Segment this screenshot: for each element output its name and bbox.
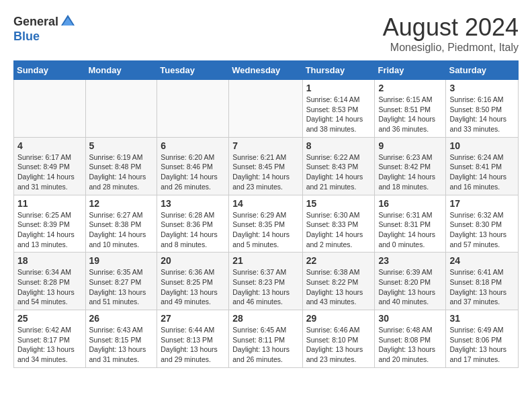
day-info: Sunrise: 6:39 AM Sunset: 8:20 PM Dayligh… (378, 267, 442, 307)
day-number: 14 (232, 198, 298, 209)
day-info: Sunrise: 6:43 AM Sunset: 8:15 PM Dayligh… (89, 325, 154, 365)
calendar-day: 31Sunrise: 6:49 AM Sunset: 8:06 PM Dayli… (446, 310, 519, 368)
weekday-header-tuesday: Tuesday (157, 61, 229, 80)
calendar-day: 4Sunrise: 6:17 AM Sunset: 8:49 PM Daylig… (14, 137, 86, 195)
day-number: 19 (89, 255, 154, 266)
weekday-header-wednesday: Wednesday (229, 61, 302, 80)
day-number: 25 (17, 313, 82, 324)
day-info: Sunrise: 6:14 AM Sunset: 8:53 PM Dayligh… (306, 95, 371, 134)
calendar-day: 20Sunrise: 6:36 AM Sunset: 8:25 PM Dayli… (157, 253, 229, 310)
day-info: Sunrise: 6:44 AM Sunset: 8:13 PM Dayligh… (161, 325, 225, 365)
day-number: 18 (17, 255, 82, 266)
calendar-day: 23Sunrise: 6:39 AM Sunset: 8:20 PM Dayli… (375, 253, 446, 310)
day-info: Sunrise: 6:46 AM Sunset: 8:10 PM Dayligh… (306, 325, 371, 365)
day-number: 12 (89, 198, 154, 209)
day-info: Sunrise: 6:22 AM Sunset: 8:43 PM Dayligh… (306, 152, 371, 192)
weekday-header-row: SundayMondayTuesdayWednesdayThursdayFrid… (14, 61, 519, 80)
calendar-day (14, 80, 86, 138)
calendar-day: 24Sunrise: 6:41 AM Sunset: 8:18 PM Dayli… (446, 253, 519, 310)
title-section: August 2024 Monesiglio, Piedmont, Italy (383, 13, 519, 54)
day-number: 2 (378, 83, 442, 93)
calendar-day: 16Sunrise: 6:31 AM Sunset: 8:31 PM Dayli… (375, 195, 446, 253)
day-number: 10 (449, 140, 515, 151)
day-info: Sunrise: 6:20 AM Sunset: 8:46 PM Dayligh… (161, 152, 225, 192)
calendar-day: 13Sunrise: 6:28 AM Sunset: 8:36 PM Dayli… (157, 195, 229, 253)
day-info: Sunrise: 6:42 AM Sunset: 8:17 PM Dayligh… (17, 325, 82, 365)
calendar-week-4: 18Sunrise: 6:34 AM Sunset: 8:28 PM Dayli… (14, 253, 519, 310)
calendar-day: 6Sunrise: 6:20 AM Sunset: 8:46 PM Daylig… (157, 137, 229, 195)
day-number: 11 (17, 198, 82, 209)
calendar-day (85, 80, 157, 138)
day-info: Sunrise: 6:29 AM Sunset: 8:35 PM Dayligh… (232, 210, 298, 250)
day-info: Sunrise: 6:15 AM Sunset: 8:51 PM Dayligh… (378, 95, 442, 134)
day-number: 8 (306, 140, 371, 151)
calendar-day: 18Sunrise: 6:34 AM Sunset: 8:28 PM Dayli… (14, 253, 86, 310)
calendar-day: 1Sunrise: 6:14 AM Sunset: 8:53 PM Daylig… (302, 80, 375, 138)
calendar-day: 21Sunrise: 6:37 AM Sunset: 8:23 PM Dayli… (229, 253, 302, 310)
month-year-title: August 2024 (383, 13, 519, 42)
day-number: 6 (161, 140, 225, 151)
calendar-week-1: 1Sunrise: 6:14 AM Sunset: 8:53 PM Daylig… (14, 80, 519, 138)
day-info: Sunrise: 6:35 AM Sunset: 8:27 PM Dayligh… (89, 267, 154, 307)
day-number: 28 (232, 313, 298, 324)
calendar-day: 10Sunrise: 6:24 AM Sunset: 8:41 PM Dayli… (446, 137, 519, 195)
calendar-day: 11Sunrise: 6:25 AM Sunset: 8:39 PM Dayli… (14, 195, 86, 253)
day-info: Sunrise: 6:38 AM Sunset: 8:22 PM Dayligh… (306, 267, 371, 307)
weekday-header-thursday: Thursday (302, 61, 375, 80)
day-info: Sunrise: 6:48 AM Sunset: 8:08 PM Dayligh… (378, 325, 442, 365)
calendar-day: 8Sunrise: 6:22 AM Sunset: 8:43 PM Daylig… (302, 137, 375, 195)
day-number: 21 (232, 255, 298, 266)
calendar-day: 9Sunrise: 6:23 AM Sunset: 8:42 PM Daylig… (375, 137, 446, 195)
day-info: Sunrise: 6:21 AM Sunset: 8:45 PM Dayligh… (232, 152, 298, 192)
calendar-table: SundayMondayTuesdayWednesdayThursdayFrid… (13, 60, 519, 368)
day-number: 1 (306, 83, 371, 93)
day-number: 3 (449, 83, 515, 93)
calendar-day: 17Sunrise: 6:32 AM Sunset: 8:30 PM Dayli… (446, 195, 519, 253)
day-info: Sunrise: 6:23 AM Sunset: 8:42 PM Dayligh… (378, 152, 442, 192)
day-info: Sunrise: 6:25 AM Sunset: 8:39 PM Dayligh… (17, 210, 82, 250)
day-info: Sunrise: 6:31 AM Sunset: 8:31 PM Dayligh… (378, 210, 442, 250)
calendar-day: 7Sunrise: 6:21 AM Sunset: 8:45 PM Daylig… (229, 137, 302, 195)
calendar-day (157, 80, 229, 138)
logo: General Blue (13, 13, 76, 44)
day-number: 16 (378, 198, 442, 209)
day-info: Sunrise: 6:24 AM Sunset: 8:41 PM Dayligh… (449, 152, 515, 192)
day-info: Sunrise: 6:49 AM Sunset: 8:06 PM Dayligh… (449, 325, 515, 365)
calendar-day: 12Sunrise: 6:27 AM Sunset: 8:38 PM Dayli… (85, 195, 157, 253)
calendar-day: 28Sunrise: 6:45 AM Sunset: 8:11 PM Dayli… (229, 310, 302, 368)
calendar-day: 26Sunrise: 6:43 AM Sunset: 8:15 PM Dayli… (85, 310, 157, 368)
page-header: General Blue August 2024 Monesiglio, Pie… (13, 13, 519, 54)
day-info: Sunrise: 6:30 AM Sunset: 8:33 PM Dayligh… (306, 210, 371, 250)
day-info: Sunrise: 6:36 AM Sunset: 8:25 PM Dayligh… (161, 267, 225, 307)
day-number: 31 (449, 313, 515, 324)
calendar-day: 3Sunrise: 6:16 AM Sunset: 8:50 PM Daylig… (446, 80, 519, 138)
calendar-day: 19Sunrise: 6:35 AM Sunset: 8:27 PM Dayli… (85, 253, 157, 310)
calendar-day: 27Sunrise: 6:44 AM Sunset: 8:13 PM Dayli… (157, 310, 229, 368)
day-number: 4 (17, 140, 82, 151)
weekday-header-saturday: Saturday (446, 61, 519, 80)
day-number: 5 (89, 140, 154, 151)
day-info: Sunrise: 6:34 AM Sunset: 8:28 PM Dayligh… (17, 267, 82, 307)
logo-icon (60, 13, 76, 30)
calendar-day: 25Sunrise: 6:42 AM Sunset: 8:17 PM Dayli… (14, 310, 86, 368)
day-number: 9 (378, 140, 442, 151)
calendar-week-2: 4Sunrise: 6:17 AM Sunset: 8:49 PM Daylig… (14, 137, 519, 195)
calendar-day: 14Sunrise: 6:29 AM Sunset: 8:35 PM Dayli… (229, 195, 302, 253)
location-text: Monesiglio, Piedmont, Italy (383, 42, 519, 54)
calendar-day: 30Sunrise: 6:48 AM Sunset: 8:08 PM Dayli… (375, 310, 446, 368)
day-number: 17 (449, 198, 515, 209)
calendar-day: 2Sunrise: 6:15 AM Sunset: 8:51 PM Daylig… (375, 80, 446, 138)
day-number: 7 (232, 140, 298, 151)
day-number: 22 (306, 255, 371, 266)
day-info: Sunrise: 6:41 AM Sunset: 8:18 PM Dayligh… (449, 267, 515, 307)
day-info: Sunrise: 6:16 AM Sunset: 8:50 PM Dayligh… (449, 95, 515, 134)
calendar-week-5: 25Sunrise: 6:42 AM Sunset: 8:17 PM Dayli… (14, 310, 519, 368)
day-number: 27 (161, 313, 225, 324)
day-number: 13 (161, 198, 225, 209)
day-number: 26 (89, 313, 154, 324)
weekday-header-friday: Friday (375, 61, 446, 80)
logo-blue-text: Blue (13, 30, 40, 44)
calendar-day: 29Sunrise: 6:46 AM Sunset: 8:10 PM Dayli… (302, 310, 375, 368)
day-info: Sunrise: 6:17 AM Sunset: 8:49 PM Dayligh… (17, 152, 82, 192)
calendar-day: 15Sunrise: 6:30 AM Sunset: 8:33 PM Dayli… (302, 195, 375, 253)
